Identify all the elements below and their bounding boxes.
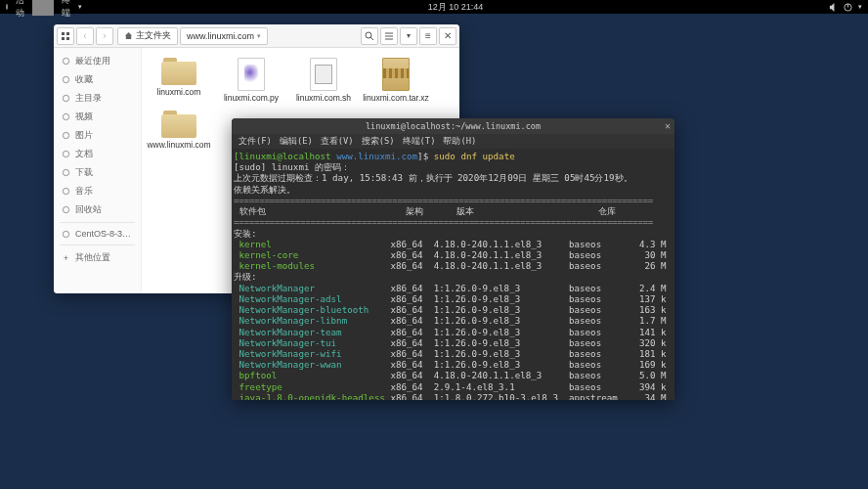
svg-marker-8 [125,32,132,39]
activities-label[interactable]: 活动 [16,0,24,20]
terminal-menu-item[interactable]: 搜索(S) [359,136,398,148]
sidebar-item-image[interactable]: 图片 [54,126,141,145]
sidebar-item-label: 收藏 [75,73,93,86]
svg-point-16 [63,95,68,101]
system-menu-arrow-icon[interactable]: ▾ [858,3,862,11]
path-menu-arrow-icon: ▾ [257,32,261,40]
forward-button[interactable]: › [96,27,113,45]
music-icon [62,187,70,196]
plus-icon: + [62,253,70,263]
terminal-menu-item[interactable]: 帮助(H) [440,136,479,148]
file-item[interactable]: linuxmi.com [150,58,208,103]
activities-indicator-icon[interactable] [6,4,8,10]
folder-icon [161,58,196,85]
sidebar-item-other[interactable]: +其他位置 [54,248,141,267]
trash-icon [62,205,70,214]
svg-point-21 [63,188,68,194]
svg-point-20 [63,169,68,175]
new-tab-button[interactable] [57,27,74,45]
download-icon [62,168,70,177]
terminal-menu-item[interactable]: 编辑(E) [277,136,316,148]
svg-point-17 [63,113,68,119]
sidebar-item-label: 最近使用 [75,55,110,67]
svg-rect-0 [32,0,54,16]
file-icon [310,58,337,91]
file-label: linuxmi.com [157,87,201,97]
sidebar-item-home[interactable]: 主目录 [54,89,141,108]
search-button[interactable] [361,27,378,45]
sidebar-item-download[interactable]: 下载 [54,163,141,182]
terminal-menubar: 文件(F)编辑(E)查看(V)搜索(S)终端(T)帮助(H) [232,134,674,149]
hamburger-button[interactable]: ≡ [419,27,437,45]
sidebar-item-star[interactable]: 收藏 [54,70,141,89]
terminal-app-icon[interactable] [32,0,54,18]
home-icon [62,94,70,103]
star-icon [62,75,70,84]
active-app-label[interactable]: 终端 [62,0,70,20]
terminal-close-button[interactable]: ✕ [665,120,671,131]
sidebar-separator [60,222,135,223]
terminal-menu-item[interactable]: 文件(F) [236,136,275,148]
path-home[interactable]: 主文件夹 [117,27,178,45]
list-icon [384,31,394,41]
sidebar-item-label: 下载 [75,166,93,179]
terminal-titlebar[interactable]: linuxmi@localhost:~/www.linuxmi.com ✕ [232,118,674,134]
clock-icon [62,57,70,66]
sidebar-item-label: 主目录 [75,92,102,105]
power-icon[interactable] [844,3,852,12]
sidebar-item-label: 其他位置 [75,251,110,264]
sidebar-item-label: 图片 [75,129,93,142]
fm-sidebar: 最近使用收藏主目录视频图片文档下载音乐回收站CentOS-8-3…+其他位置 [54,48,142,293]
sidebar-item-label: 音乐 [75,185,93,198]
terminal-body[interactable]: [linuxmi@localhost www.linuxmi.com]$ sud… [232,149,674,400]
terminal-menu-item[interactable]: 查看(V) [318,136,357,148]
disk-icon [62,230,70,239]
search-icon [365,31,374,41]
terminal-menu-item[interactable]: 终端(T) [400,136,439,148]
gnome-topbar: 活动 终端 ▾ 12月 10 21:44 ▾ [0,0,868,14]
clock[interactable]: 12月 10 21:44 [82,1,829,14]
file-item[interactable]: linuxmi.com.py [222,58,281,103]
home-icon [124,31,133,40]
close-icon: ✕ [444,30,452,41]
sidebar-item-trash[interactable]: 回收站 [54,200,141,219]
sidebar-item-music[interactable]: 音乐 [54,182,141,200]
file-label: linuxmi.com.tar.xz [363,93,429,103]
svg-rect-7 [66,37,69,40]
file-label: www.linuxmi.com [147,140,210,150]
sidebar-item-doc[interactable]: 文档 [54,145,141,163]
svg-point-22 [63,206,68,212]
path-bar: 主文件夹 www.linuxmi.com ▾ [117,27,268,45]
terminal-window: linuxmi@localhost:~/www.linuxmi.com ✕ 文件… [232,118,674,400]
sidebar-item-label: 回收站 [75,203,102,216]
path-current[interactable]: www.linuxmi.com ▾ [180,27,268,45]
file-icon [382,58,410,91]
path-home-label: 主文件夹 [136,29,171,42]
sidebar-item-video[interactable]: 视频 [54,108,141,126]
svg-rect-4 [62,32,65,35]
view-list-button[interactable] [380,27,398,45]
file-label: linuxmi.com.py [224,93,279,103]
svg-rect-5 [66,32,69,35]
terminal-title: linuxmi@localhost:~/www.linuxmi.com [366,121,541,131]
svg-point-18 [63,132,68,138]
sidebar-item-clock[interactable]: 最近使用 [54,52,141,70]
svg-line-10 [370,37,373,40]
back-button[interactable]: ‹ [76,27,94,45]
file-item[interactable]: linuxmi.com.sh [294,58,353,103]
image-icon [62,131,70,140]
view-menu-button[interactable]: ▾ [400,27,417,45]
svg-point-14 [63,58,68,64]
file-item[interactable]: linuxmi.com.tar.xz [367,58,425,103]
volume-icon[interactable] [829,3,838,12]
video-icon [62,112,70,121]
doc-icon [62,150,70,158]
file-item[interactable]: www.linuxmi.com [150,111,208,150]
sidebar-item-label: CentOS-8-3… [75,229,131,239]
close-button[interactable]: ✕ [439,27,456,45]
sidebar-item-disk[interactable]: CentOS-8-3… [54,226,141,242]
sidebar-item-label: 文档 [75,148,93,160]
sidebar-item-label: 视频 [75,111,93,123]
svg-rect-6 [62,37,65,40]
chevron-down-icon: ▾ [407,31,411,40]
